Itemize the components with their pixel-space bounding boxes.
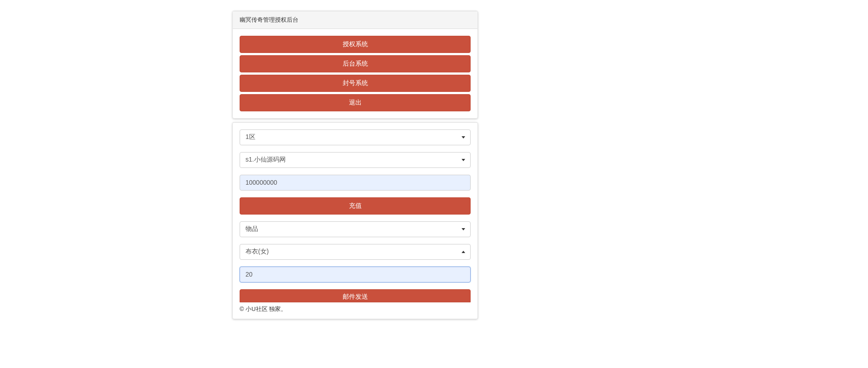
admin-system-button[interactable]: 后台系统 — [240, 55, 471, 72]
server-select-value: s1.小仙源码网 — [245, 156, 286, 163]
panel-title: 幽冥传奇管理授权后台 — [233, 11, 477, 29]
zone-select[interactable]: 1区 — [240, 129, 471, 145]
server-select[interactable]: s1.小仙源码网 — [240, 152, 471, 168]
logout-button[interactable]: 退出 — [240, 94, 471, 111]
form-panel: 1区 s1.小仙源码网 充值 物品 — [232, 122, 478, 319]
auth-system-button[interactable]: 授权系统 — [240, 36, 471, 53]
item-select[interactable]: 布衣(女) — [240, 244, 471, 260]
type-select-value: 物品 — [245, 225, 258, 232]
quantity-input[interactable] — [240, 267, 471, 282]
ban-system-button[interactable]: 封号系统 — [240, 75, 471, 92]
nav-panel: 幽冥传奇管理授权后台 授权系统 后台系统 封号系统 退出 — [232, 11, 478, 119]
zone-select-value: 1区 — [245, 133, 255, 140]
item-select-value: 布衣(女) — [245, 248, 269, 255]
type-select[interactable]: 物品 — [240, 221, 471, 237]
amount-input[interactable] — [240, 175, 471, 191]
recharge-button[interactable]: 充值 — [240, 197, 471, 215]
mail-send-button[interactable]: 邮件发送 — [240, 289, 471, 302]
footer-text: © 小U社区 独家。 — [233, 305, 477, 319]
